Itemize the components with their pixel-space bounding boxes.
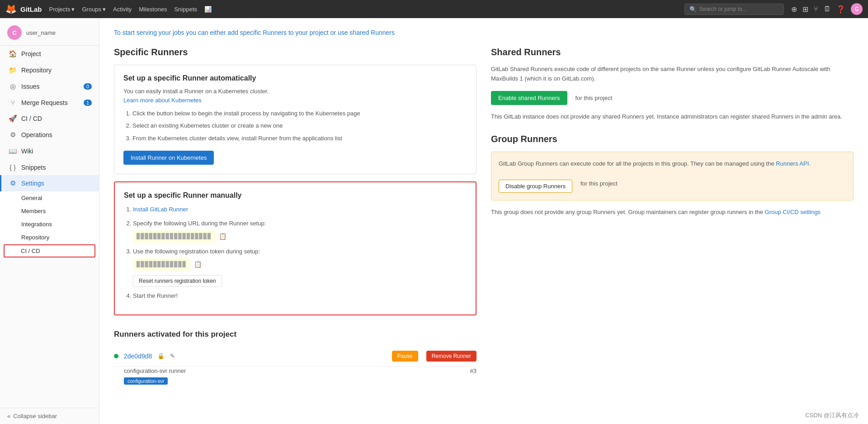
- shared-runners-note: This GitLab instance does not provide an…: [491, 112, 854, 122]
- list-item: Install GitLab Runner: [133, 205, 467, 214]
- sidebar-nav: 🏠 Project 📁 Repository ◎ Issues 0 ⑂ Merg…: [0, 46, 99, 408]
- runner-info: configuration-svr runner #3: [114, 367, 476, 377]
- group-runners-section: Group Runners GitLab Group Runners can e…: [491, 134, 854, 217]
- sidebar-item-ci-cd[interactable]: 🚀 CI / CD: [0, 110, 99, 127]
- list-item: Specify the following URL during the Run…: [133, 219, 467, 243]
- merge-requests-badge: 1: [84, 100, 92, 106]
- nav-groups[interactable]: Groups ▾: [82, 6, 106, 13]
- operations-icon: ⚙: [9, 131, 17, 139]
- sidebar-item-merge-requests[interactable]: ⑂ Merge Requests 1: [0, 95, 99, 110]
- runner-entry: 2de0d9d8 🔒 ✎ Pause Remove Runner configu…: [114, 346, 476, 384]
- install-runner-kubernetes-button[interactable]: Install Runner on Kubernetes: [123, 151, 214, 165]
- url-row: ██████████████████ 📋: [133, 230, 467, 243]
- sidebar-user: C user_name: [0, 18, 99, 46]
- sidebar-item-settings[interactable]: ⚙ Settings: [0, 175, 99, 191]
- list-item: Select an existing Kubernetes cluster or…: [132, 120, 467, 131]
- main-content: To start serving your jobs you can eithe…: [99, 18, 868, 424]
- sidebar-item-label: Issues: [21, 83, 39, 90]
- group-runners-desc: GitLab Group Runners can execute code fo…: [499, 159, 846, 169]
- runners-api-link[interactable]: Runners API: [776, 160, 809, 167]
- snippets-icon: { }: [9, 163, 17, 171]
- merge-request-icon: ⑂: [9, 99, 17, 106]
- nav-snippets[interactable]: Snippets: [174, 6, 197, 13]
- reset-token-button[interactable]: Reset runners registration token: [133, 275, 222, 287]
- pause-runner-button[interactable]: Pause: [392, 351, 418, 362]
- help-icon[interactable]: ❓: [836, 5, 845, 14]
- sidebar-sub-general[interactable]: General: [0, 191, 99, 205]
- sidebar-item-label: Wiki: [21, 148, 33, 155]
- lock-icon: 🔒: [157, 353, 165, 359]
- runner-row: 2de0d9d8 🔒 ✎ Pause Remove Runner: [114, 346, 476, 367]
- sidebar-sub-ci-cd[interactable]: CI / CD: [4, 244, 95, 257]
- sidebar-item-project[interactable]: 🏠 Project: [0, 46, 99, 62]
- sidebar-sub-integrations[interactable]: Integrations: [0, 218, 99, 231]
- token-row: ████████████ 📋: [133, 258, 467, 271]
- copy-token-icon[interactable]: 📋: [194, 259, 202, 269]
- disable-group-suffix: for this project: [580, 180, 618, 187]
- runners-activated-section: Runners activated for this project 2de0d…: [114, 330, 476, 384]
- intro-text: To start serving your jobs you can eithe…: [114, 29, 854, 36]
- sidebar-item-label: Operations: [21, 131, 52, 138]
- remove-runner-button[interactable]: Remove Runner: [426, 351, 476, 362]
- sidebar-item-issues[interactable]: ◎ Issues 0: [0, 78, 99, 95]
- sidebar-item-repository[interactable]: 📁 Repository: [0, 62, 99, 78]
- manual-runner-title: Set up a specific Runner manually: [124, 191, 467, 200]
- fox-icon: 🦊: [5, 4, 17, 14]
- shared-runners-desc: GitLab Shared Runners execute code of di…: [491, 65, 854, 84]
- inbox-icon[interactable]: 🗓: [824, 5, 831, 13]
- enable-shared-runners-button[interactable]: Enable shared Runners: [491, 91, 567, 105]
- sidebar-username: user_name: [26, 29, 56, 36]
- disable-group-runners-button[interactable]: Disable group Runners: [499, 180, 572, 193]
- sidebar-item-snippets[interactable]: { } Snippets: [0, 159, 99, 175]
- specific-runners-title: Specific Runners: [114, 47, 476, 57]
- sidebar-sub-repository[interactable]: Repository: [0, 231, 99, 244]
- runners-activated-title: Runners activated for this project: [114, 330, 476, 339]
- search-box[interactable]: 🔍 Search or jump to...: [684, 4, 784, 15]
- sidebar-item-wiki[interactable]: 📖 Wiki: [0, 143, 99, 159]
- group-runners-title: Group Runners: [491, 134, 854, 144]
- top-nav: 🦊 GitLab Projects ▾ Groups ▾ Activity Mi…: [0, 0, 868, 18]
- group-ci-cd-settings-link[interactable]: Group CI/CD settings: [765, 209, 821, 215]
- nav-activity[interactable]: Activity: [113, 6, 132, 13]
- search-icon: 🔍: [689, 6, 697, 13]
- merge-icon[interactable]: ⑂: [814, 5, 818, 13]
- wiki-icon: 📖: [9, 147, 17, 155]
- runner-status-dot: [114, 354, 118, 358]
- sidebar-sub-members[interactable]: Members: [0, 205, 99, 218]
- auto-runner-title: Set up a specific Runner automatically: [123, 74, 467, 82]
- install-gitlab-runner-link[interactable]: Install GitLab Runner: [133, 206, 188, 213]
- list-item: Click the button below to begin the inst…: [132, 108, 467, 119]
- learn-more-link[interactable]: Learn more about Kubernetes: [123, 97, 202, 104]
- copy-url-icon[interactable]: 📋: [219, 231, 226, 241]
- gitlab-logo[interactable]: 🦊 GitLab: [5, 4, 42, 14]
- collapse-sidebar-button[interactable]: « Collapse sidebar: [0, 408, 99, 424]
- runner-hash-link[interactable]: 2de0d9d8: [124, 353, 152, 360]
- specific-runners-section: Specific Runners Set up a specific Runne…: [114, 47, 476, 384]
- manual-runner-steps: Install GitLab Runner Specify the follow…: [124, 205, 467, 301]
- layout-icon[interactable]: ⊞: [802, 5, 808, 14]
- shared-runners-section: Shared Runners GitLab Shared Runners exe…: [491, 47, 854, 121]
- user-avatar[interactable]: C: [851, 3, 863, 15]
- home-icon: 🏠: [9, 50, 17, 58]
- sidebar-item-label: Merge Requests: [21, 99, 68, 106]
- settings-icon: ⚙: [9, 179, 17, 187]
- runner-tag: configuration-svr: [124, 377, 168, 385]
- runner-token-value: ████████████: [133, 258, 190, 271]
- shared-runners-title: Shared Runners: [491, 47, 854, 57]
- sidebar-item-label: Repository: [21, 67, 52, 74]
- nav-projects[interactable]: Projects ▾: [49, 6, 75, 13]
- sidebar-item-label: Settings: [21, 180, 44, 187]
- gitlab-wordmark: GitLab: [20, 5, 42, 13]
- chevron-down-icon: ▾: [71, 6, 75, 13]
- plus-icon[interactable]: ⊕: [791, 5, 797, 14]
- sidebar: C user_name 🏠 Project 📁 Repository ◎ Iss…: [0, 18, 99, 424]
- runner-url-value: ██████████████████: [133, 230, 215, 243]
- list-item: From the Kubernetes cluster details view…: [132, 133, 467, 143]
- sidebar-item-operations[interactable]: ⚙ Operations: [0, 127, 99, 143]
- enable-shared-suffix: for this project: [576, 95, 613, 101]
- edit-icon[interactable]: ✎: [170, 353, 175, 359]
- sidebar-item-label: CI / CD: [21, 115, 42, 122]
- nav-chart-icon[interactable]: 📊: [204, 6, 212, 13]
- nav-milestones[interactable]: Milestones: [139, 6, 167, 13]
- settings-submenu: General Members Integrations Repository …: [0, 191, 99, 257]
